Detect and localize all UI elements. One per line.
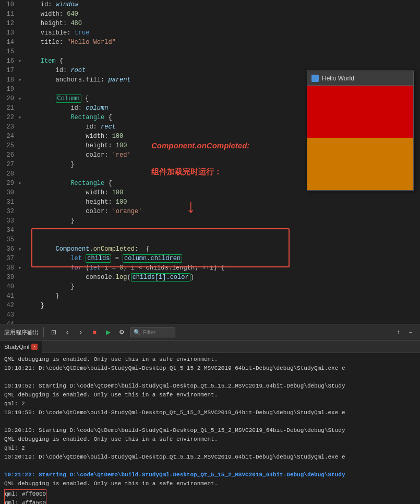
toolbar-btn-next[interactable]: ›: [76, 327, 86, 337]
code-line-21: 21 id: column: [0, 103, 303, 113]
preview-titlebar: Hello World: [307, 71, 413, 86]
code-line-23: 23 id: rect: [0, 122, 303, 132]
filter-box[interactable]: 🔍: [130, 327, 175, 337]
preview-orange-rect: [307, 138, 413, 190]
code-line-20: 20 ▾ Column {: [0, 94, 303, 103]
filter-input[interactable]: [143, 329, 172, 335]
code-lines: 10 id: window 11 width: 640 12 height: 4…: [0, 0, 303, 324]
code-line-17: 17 id: root: [0, 66, 303, 75]
plus-minus-buttons: + −: [393, 327, 416, 337]
output-line-14: 10:21:22: Starting D:\code\QtDemo\build-…: [4, 471, 416, 479]
output-line-12: 10:20:19: D:\code\QtDemo\build-StudyQml-…: [4, 453, 416, 462]
code-line-35: 35: [0, 235, 303, 244]
output-line-7: 10:19:59: D:\code\QtDemo\build-StudyQml-…: [4, 408, 416, 417]
code-editor: 10 id: window 11 width: 640 12 height: 4…: [0, 0, 303, 324]
code-line-39: 39 console.log(childs[i].color): [0, 273, 303, 282]
preview-content: [307, 86, 413, 190]
code-line-32: 32 color: 'orange': [0, 207, 303, 216]
code-line-44: 44: [0, 320, 303, 324]
output-area: StudyQml × QML debugging is enabled. Onl…: [0, 341, 420, 504]
output-line-11: qml: 2: [4, 444, 416, 453]
output-line-10: QML debugging is enabled. Only use this …: [4, 435, 416, 444]
code-line-10: 10 id: window: [0, 0, 303, 9]
output-line-9: 10:20:10: Starting D:\code\QtDemo\build-…: [4, 426, 416, 435]
code-line-36: 36 ▾ Component.onCompleted: {: [0, 244, 303, 254]
output-line-5: QML debugging is enabled. Only use this …: [4, 391, 416, 400]
toolbar-btn-settings[interactable]: ⚙: [116, 327, 127, 337]
annotation-completed: Component.onCompleted:: [151, 141, 249, 150]
toolbar-btn-prev[interactable]: ‹: [62, 327, 73, 337]
add-output-button[interactable]: +: [393, 327, 404, 337]
preview-title: Hello World: [322, 75, 354, 82]
output-line-3: [4, 373, 416, 382]
code-line-34: 34: [0, 226, 303, 235]
output-content: QML debugging is enabled. Only use this …: [0, 353, 420, 504]
code-line-15: 15: [0, 47, 303, 56]
code-line-13: 13 visible: true: [0, 28, 303, 38]
preview-red-rect: [307, 86, 413, 138]
code-line-19: 19: [0, 85, 303, 94]
tab-close-button[interactable]: ×: [31, 344, 38, 350]
annotation-chinese: 组件加载完时运行：: [151, 167, 222, 177]
output-line-2: 10:18:21: D:\code\QtDemo\build-StudyQml-…: [4, 364, 416, 373]
search-icon: 🔍: [134, 329, 141, 336]
code-line-12: 12 height: 480: [0, 19, 303, 28]
output-tab-bar: StudyQml ×: [0, 341, 420, 353]
output-tab-studyqml[interactable]: StudyQml ×: [0, 341, 42, 353]
toolbar-btn-run[interactable]: ▶: [103, 327, 113, 337]
preview-app-icon: [311, 75, 319, 82]
code-line-24: 24 width: 100: [0, 132, 303, 141]
code-line-31: 31 height: 100: [0, 197, 303, 207]
output-line-15: QML debugging is enabled. Only use this …: [4, 479, 416, 488]
code-line-41: 41 }: [0, 291, 303, 301]
code-line-40: 40 }: [0, 282, 303, 291]
output-line-1: QML debugging is enabled. Only use this …: [4, 355, 416, 364]
code-line-14: 14 title: "Hello World": [0, 38, 303, 47]
code-line-29: 29 ▾ Rectangle {: [0, 179, 303, 188]
preview-window: Hello World: [307, 71, 414, 191]
output-line-17: qml: #ffa500: [5, 499, 46, 504]
tab-label: StudyQml: [4, 344, 29, 350]
code-line-43: 43: [0, 310, 303, 320]
remove-output-button[interactable]: −: [405, 327, 416, 337]
toolbar-btn-stop[interactable]: ■: [89, 327, 100, 337]
output-line-16: qml: #ff0000: [5, 490, 46, 499]
output-redbox: qml: #ff0000 qml: #ffa500: [4, 489, 46, 504]
output-line-6: qml: 2: [4, 400, 416, 408]
code-line-26: 26 color: 'red': [0, 150, 303, 160]
code-line-30: 30 width: 100: [0, 188, 303, 197]
code-line-42: 42 }: [0, 301, 303, 310]
code-line-11: 11 width: 640: [0, 9, 303, 19]
code-line-33: 33 }: [0, 216, 303, 226]
toolbar-separator-1: [43, 327, 44, 337]
output-line-8: [4, 417, 416, 426]
code-line-22: 22 ▾ Rectangle {: [0, 113, 303, 122]
code-line-37: 37 let childs = column.children: [0, 254, 303, 263]
red-arrow-icon: ↓: [185, 198, 197, 217]
code-line-18: 18 ▾ anchors.fill: parent: [0, 75, 303, 85]
toolbar-btn-1[interactable]: ⊡: [49, 327, 59, 337]
code-line-38: 38 ▾ for (let i = 0; i < childs.length; …: [0, 263, 303, 273]
output-line-13: [4, 462, 416, 471]
code-line-16: 16 ▾ Item {: [0, 56, 303, 66]
output-toolbar: 应用程序输出 ⊡ ‹ › ■ ▶ ⚙ 🔍 + −: [0, 324, 420, 341]
output-line-4: 10:19:52: Starting D:\code\QtDemo\build-…: [4, 382, 416, 391]
toolbar-label: 应用程序输出: [4, 329, 39, 336]
